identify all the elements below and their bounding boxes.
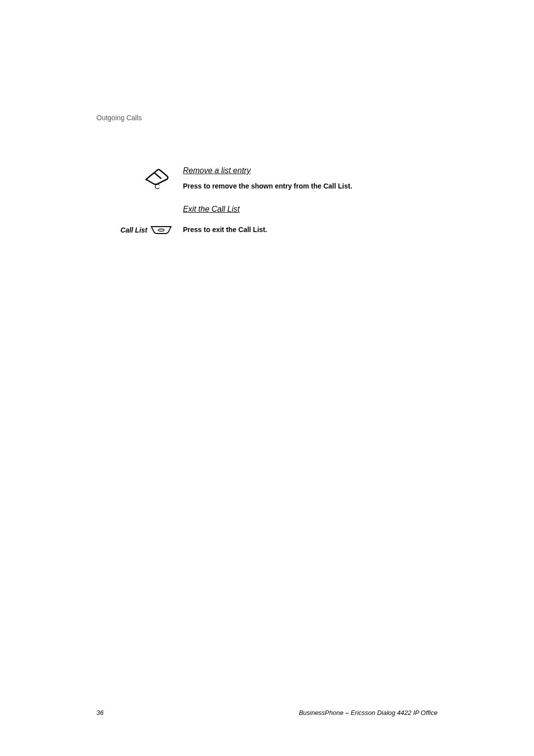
soft-key-icon bbox=[150, 226, 172, 235]
page-footer: 36 BusinessPhone – Ericsson Dialog 4422 … bbox=[96, 709, 438, 716]
eraser-c-icon: C bbox=[142, 166, 172, 190]
section-header: Outgoing Calls bbox=[96, 114, 438, 122]
eraser-letter: C bbox=[155, 182, 160, 190]
footer-product: BusinessPhone – Ericsson Dialog 4422 IP … bbox=[299, 709, 438, 716]
icon-col-call-list: Call List bbox=[96, 226, 183, 235]
exit-instruction: Press to exit the Call List. bbox=[183, 226, 267, 234]
remove-heading: Remove a list entry bbox=[183, 166, 438, 175]
document-page: Outgoing Calls C Remove a list entry Pre… bbox=[0, 0, 534, 756]
content-block: C Remove a list entry Press to remove th… bbox=[96, 166, 438, 235]
icon-col-remove: C bbox=[96, 166, 183, 190]
entry-exit-row: Call List Press to exit the Call List. bbox=[96, 226, 438, 235]
exit-heading: Exit the Call List bbox=[183, 205, 438, 214]
text-col-exit: Press to exit the Call List. bbox=[183, 226, 438, 234]
entry-remove: C Remove a list entry Press to remove th… bbox=[96, 166, 438, 190]
text-col-remove: Remove a list entry Press to remove the … bbox=[183, 166, 438, 190]
entry-exit: Exit the Call List bbox=[96, 205, 438, 221]
call-list-label: Call List bbox=[121, 226, 147, 234]
svg-point-0 bbox=[158, 229, 164, 231]
text-col-exit-heading: Exit the Call List bbox=[183, 205, 438, 221]
page-number: 36 bbox=[96, 709, 103, 716]
remove-instruction: Press to remove the shown entry from the… bbox=[183, 182, 438, 190]
